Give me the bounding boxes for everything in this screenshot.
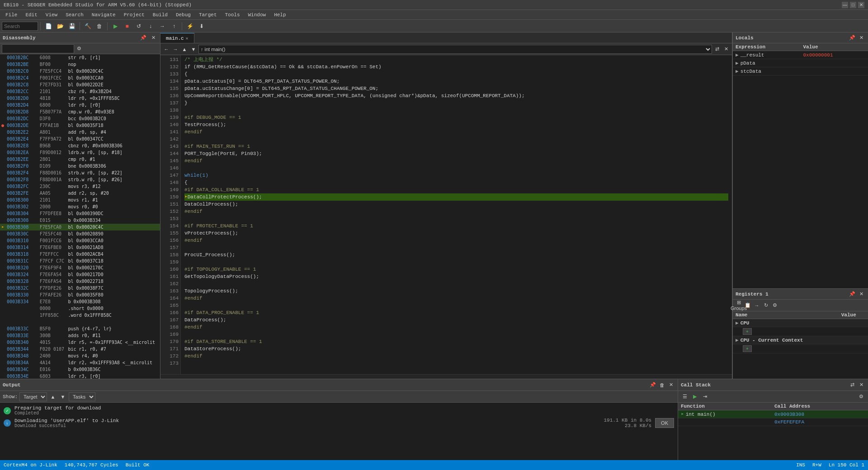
- code-line[interactable]: [184, 331, 728, 338]
- code-line[interactable]: {: [184, 70, 728, 78]
- reg-expand-btn[interactable]: +: [743, 328, 752, 335]
- code-lines[interactable]: /* 上电上报 */if (RMU_GetResetCause(&stcData…: [181, 55, 732, 374]
- code-line[interactable]: #if DATA_COLL_ENABLE == 1: [184, 186, 728, 193]
- output-nav-down[interactable]: ▼: [59, 393, 67, 401]
- new-file-btn[interactable]: 📄: [43, 21, 54, 31]
- output-ok-btn[interactable]: OK: [655, 418, 674, 428]
- editor-nav-right[interactable]: →: [171, 45, 179, 53]
- locals-row[interactable]: ▶__result 0x00000001: [733, 51, 868, 59]
- code-line[interactable]: /* 上电上报 */: [184, 56, 728, 63]
- code-line[interactable]: [184, 360, 728, 367]
- callstack-content[interactable]: Function Call Address ➤int main() 0x0003…: [678, 403, 868, 460]
- callstack-step-btn[interactable]: ⇥: [701, 393, 709, 401]
- code-line[interactable]: #if MAIN_TEST_RUN == 1: [184, 143, 728, 150]
- disassembly-pin-btn[interactable]: 📌: [139, 34, 147, 42]
- code-line[interactable]: [184, 302, 728, 309]
- expand-arrow[interactable]: ▶: [736, 338, 739, 343]
- reg-expand-btn[interactable]: +: [743, 345, 752, 352]
- clean-btn[interactable]: 🗑: [94, 21, 105, 31]
- reg-refresh-btn[interactable]: ↻: [762, 301, 770, 310]
- stop-btn[interactable]: ■: [122, 21, 132, 31]
- locals-row[interactable]: ▶stcData: [733, 67, 868, 75]
- editor-tab-close[interactable]: ✕: [186, 36, 189, 41]
- function-selector[interactable]: ↑ int main(): [198, 45, 712, 54]
- code-line[interactable]: [184, 107, 728, 114]
- code-line[interactable]: if (RMU_GetResetCause(&stcData) == Ok &&…: [184, 63, 728, 70]
- editor-nav-up[interactable]: ▲: [180, 45, 189, 53]
- code-line[interactable]: #endif: [184, 324, 728, 331]
- download-btn[interactable]: ⬇: [196, 21, 207, 31]
- disassembly-settings-btn[interactable]: ⚙: [75, 45, 83, 53]
- code-line[interactable]: #endif: [184, 128, 728, 136]
- close-btn[interactable]: ✕: [858, 2, 864, 8]
- code-line[interactable]: #if TOPOLOGY_ENABLE == 1: [184, 266, 728, 273]
- code-line[interactable]: pData.ucStatus[0] = DLT645_RPT_DATA_STAT…: [184, 78, 728, 85]
- code-line[interactable]: #if PROTECT_ENABLE == 1: [184, 222, 728, 230]
- code-line[interactable]: #endif: [184, 237, 728, 244]
- save-btn[interactable]: 💾: [66, 21, 77, 31]
- registers-row[interactable]: ▶CPU: [733, 319, 868, 327]
- code-line[interactable]: UpCommReportEnable(UPCOMM_PORT_HPLC, UPC…: [184, 92, 728, 99]
- menu-target[interactable]: Target: [195, 11, 221, 19]
- reg-close-btn[interactable]: ✕: [857, 290, 865, 298]
- registers-content[interactable]: Name Value ▶CPU + ▶CPU - Current Context…: [733, 311, 868, 379]
- editor-nav-down[interactable]: ▼: [189, 45, 198, 53]
- code-line[interactable]: }: [184, 99, 728, 107]
- maximize-btn[interactable]: □: [850, 2, 856, 8]
- build-btn[interactable]: 🔨: [82, 21, 93, 31]
- expand-arrow[interactable]: ▶: [736, 69, 739, 74]
- expand-arrow[interactable]: ▶: [736, 320, 739, 326]
- connect-btn[interactable]: ⚡: [184, 21, 195, 31]
- locals-pin-btn[interactable]: 📌: [848, 34, 856, 42]
- code-line[interactable]: #if DEBUG_MODE == 1: [184, 114, 728, 121]
- output-close-btn[interactable]: ✕: [667, 381, 675, 389]
- callstack-row[interactable]: ➤int main() 0x0003B308: [678, 410, 868, 418]
- step-over-btn[interactable]: →: [157, 21, 168, 31]
- code-line[interactable]: [184, 280, 728, 287]
- code-line[interactable]: DataCollProcess();: [184, 201, 728, 208]
- code-line[interactable]: pData.ucStatusChange[0] = DLT645_RPT_DAT…: [184, 85, 728, 92]
- reg-settings-btn[interactable]: ⚙: [771, 301, 779, 310]
- code-line[interactable]: #endif: [184, 157, 728, 164]
- code-line[interactable]: {: [184, 179, 728, 186]
- expand-arrow[interactable]: ▶: [736, 52, 739, 58]
- show-target-select[interactable]: Target: [19, 392, 47, 401]
- menu-tools[interactable]: Tools: [222, 11, 244, 19]
- code-line[interactable]: [184, 136, 728, 143]
- reg-copy-btn[interactable]: 📋: [744, 301, 752, 310]
- menu-project[interactable]: Project: [120, 11, 148, 19]
- code-line[interactable]: TestProcess();: [184, 121, 728, 128]
- expand-arrow[interactable]: ▶: [736, 61, 739, 66]
- menu-help[interactable]: Help: [270, 11, 289, 19]
- code-line[interactable]: GetTopologyDataProcess();: [184, 273, 728, 280]
- registers-row[interactable]: ▶CPU - Current Context: [733, 336, 868, 344]
- output-content[interactable]: ✓ Preparing target for download Complete…: [0, 403, 678, 460]
- menu-file[interactable]: File: [2, 11, 21, 19]
- menu-debug[interactable]: Debug: [172, 11, 194, 19]
- menu-navigate[interactable]: Navigate: [88, 11, 119, 19]
- locals-row[interactable]: ▶pData: [733, 59, 868, 67]
- disassembly-content[interactable]: 0003B2BC 6008 str r0, [r1] 0003B2BE BF00…: [0, 54, 160, 379]
- callstack-close-btn[interactable]: ✕: [857, 381, 865, 389]
- locals-close-btn[interactable]: ✕: [857, 34, 865, 42]
- code-line[interactable]: [184, 244, 728, 251]
- code-line[interactable]: [184, 215, 728, 222]
- step-into-btn[interactable]: ↓: [145, 21, 156, 31]
- callstack-settings-btn[interactable]: ⚙: [857, 393, 865, 401]
- reg-groups-btn[interactable]: ⊞ Groups: [735, 301, 743, 310]
- editor-nav-left[interactable]: ←: [162, 45, 170, 53]
- code-line[interactable]: #if DATA_STORE_ENABLE == 1: [184, 338, 728, 345]
- code-line[interactable]: ➤ DataCollProtectProcess();: [184, 193, 728, 201]
- code-area[interactable]: 1311321331341351361371381391401411421431…: [160, 55, 732, 374]
- horizontal-scrollbar[interactable]: [160, 374, 732, 379]
- code-line[interactable]: DataStoreProcess();: [184, 345, 728, 352]
- code-line[interactable]: DataProcess();: [184, 316, 728, 324]
- code-line[interactable]: #endif: [184, 208, 728, 215]
- menu-search[interactable]: Search: [62, 11, 87, 19]
- callstack-row[interactable]: 0xFEFEFEFA: [678, 418, 868, 426]
- menu-build[interactable]: Build: [149, 11, 171, 19]
- output-pin-btn[interactable]: 📌: [649, 381, 657, 389]
- code-line[interactable]: while(1): [184, 172, 728, 179]
- disassembly-address-input[interactable]: main + 0x68: [2, 44, 74, 53]
- code-line[interactable]: TopologyProcess();: [184, 287, 728, 295]
